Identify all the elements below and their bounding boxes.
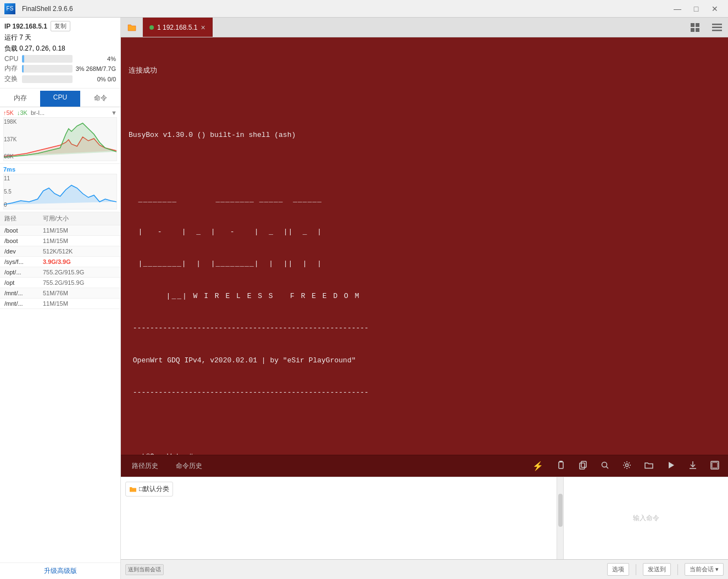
terminal-line bbox=[129, 98, 720, 109]
options-button[interactable]: 选项 bbox=[607, 563, 629, 576]
disk-row: /mnt/... 51M/76M bbox=[0, 288, 120, 299]
search-icon-btn[interactable] bbox=[598, 459, 612, 474]
default-category-label: □默认分类 bbox=[139, 484, 169, 494]
disk-row: /opt/... 755.2G/915.9G bbox=[0, 267, 120, 278]
disk-avail: 512K/512K bbox=[43, 248, 116, 255]
upgrade-button[interactable]: 升级高级版 bbox=[44, 566, 77, 576]
mem-value: 3% 268M/7.7G bbox=[75, 65, 116, 72]
tab-spacer bbox=[213, 18, 684, 37]
disk-avail: 11M/15M bbox=[43, 227, 116, 234]
bottom-icon-1[interactable]: 送到当前会话 bbox=[125, 564, 164, 575]
close-button[interactable]: ✕ bbox=[706, 2, 724, 15]
folder-open-icon-btn[interactable] bbox=[642, 459, 655, 474]
terminal-line: 连接成功 bbox=[129, 65, 720, 76]
sidebar: IP 192.168.5.1 复制 运行 7 天 负载 0.27, 0.26, … bbox=[0, 18, 121, 579]
swap-bar-wrap bbox=[22, 75, 73, 83]
maximize-button[interactable]: □ bbox=[687, 2, 705, 15]
terminal-line: BusyBox v1.30.0 () built-in shell (ash) bbox=[129, 130, 720, 141]
latency-chart-header: 7ms bbox=[3, 166, 117, 173]
disk-path: /boot bbox=[4, 238, 43, 244]
scrollbar-thumb[interactable] bbox=[558, 494, 563, 527]
minimize-button[interactable]: — bbox=[669, 2, 686, 15]
mem-bar bbox=[22, 65, 24, 73]
fullscreen-icon-btn[interactable] bbox=[708, 459, 721, 474]
disk-row: /boot 11M/15M bbox=[0, 225, 120, 236]
sidebar-tab-bar: 内存 CPU 命令 bbox=[0, 91, 120, 107]
folder-button[interactable] bbox=[121, 18, 143, 37]
svg-rect-5 bbox=[712, 26, 722, 28]
path-history-button[interactable]: 路径历史 bbox=[127, 459, 163, 473]
play-icon-btn[interactable] bbox=[664, 459, 677, 474]
app-icon: FS bbox=[4, 3, 15, 14]
disk-row: /opt 755.2G/915.9G bbox=[0, 278, 120, 288]
cmd-input-area: 输入命令 bbox=[563, 477, 728, 559]
lightning-icon-btn[interactable]: ⚡ bbox=[530, 459, 546, 473]
disk-avail: 3.9G/3.9G bbox=[43, 258, 116, 265]
bottom-toolbar: 送到当前会话 选项 发送到 当前会话 ▾ bbox=[121, 559, 728, 579]
upload-speed: ↑5K bbox=[3, 109, 14, 116]
terminal-line: |__| W I R E L E S S F R E E D O M bbox=[129, 291, 720, 302]
disk-avail: 11M/15M bbox=[43, 300, 116, 307]
folder-small-icon bbox=[129, 486, 137, 493]
title-bar: FS FinalShell 2.9.6.6 — □ ✕ bbox=[0, 0, 728, 18]
clipboard-icon-btn[interactable] bbox=[554, 459, 568, 474]
copy-ip-button[interactable]: 复制 bbox=[51, 21, 70, 31]
chart-dropdown-icon[interactable]: ▼ bbox=[111, 109, 117, 116]
settings-icon-btn[interactable] bbox=[620, 459, 633, 474]
tab-memory[interactable]: 内存 bbox=[0, 91, 40, 107]
default-category-button[interactable]: □默认分类 bbox=[125, 482, 173, 497]
swap-metric-row: 交换 0% 0/0 bbox=[4, 74, 116, 84]
send-to-button[interactable]: 发送到 bbox=[643, 563, 671, 576]
svg-rect-6 bbox=[712, 30, 722, 31]
play-icon bbox=[666, 461, 675, 470]
uptime-value: 运行 7 天 bbox=[4, 33, 31, 42]
disk-row: /mnt/... 11M/15M bbox=[0, 299, 120, 309]
tab-cpu[interactable]: CPU bbox=[40, 91, 80, 107]
svg-rect-9 bbox=[580, 463, 585, 469]
toolbar-separator-2 bbox=[677, 564, 678, 575]
copy-icon-btn[interactable] bbox=[576, 459, 590, 474]
disk-row: /dev 512K/512K bbox=[0, 246, 120, 257]
connection-status-dot bbox=[149, 25, 154, 30]
menu-button[interactable] bbox=[706, 18, 728, 37]
cpu-value: 4% bbox=[75, 56, 116, 62]
tab-commands[interactable]: 命令 bbox=[80, 91, 120, 107]
grid-icon bbox=[690, 23, 700, 32]
latency-value: 7ms bbox=[3, 166, 15, 173]
terminal-line bbox=[129, 162, 720, 173]
grid-view-button[interactable] bbox=[684, 18, 706, 37]
cmd-input-placeholder[interactable]: 输入命令 bbox=[633, 514, 659, 523]
network-chart-section: ↑5K ↓3K br-l... ▼ 198K 137K 68K bbox=[0, 107, 120, 164]
search-icon bbox=[601, 461, 609, 470]
swap-label: 交换 bbox=[4, 74, 20, 84]
tab-label: 1 192.168.5.1 bbox=[157, 24, 197, 31]
terminal-toolbar: 路径历史 命令历史 ⚡ bbox=[121, 455, 728, 477]
svg-rect-7 bbox=[559, 462, 563, 468]
download-icon bbox=[688, 461, 697, 470]
disk-avail: 755.2G/915.9G bbox=[43, 269, 116, 275]
disk-path: /boot bbox=[4, 227, 43, 234]
mem-label: 内存 bbox=[4, 64, 20, 73]
terminal[interactable]: 连接成功 BusyBox v1.30.0 () built-in shell (… bbox=[121, 37, 728, 455]
network-chart-area: 198K 137K 68K bbox=[3, 117, 117, 161]
disk-row: /sys/f... 3.9G/3.9G bbox=[0, 257, 120, 267]
cmd-history-button[interactable]: 命令历史 bbox=[171, 459, 207, 473]
disk-path: /opt/... bbox=[4, 269, 43, 275]
disk-avail: 755.2G/915.9G bbox=[43, 279, 116, 286]
sidebar-footer: 升级高级版 bbox=[0, 563, 120, 579]
tab-close-button[interactable]: × bbox=[201, 24, 205, 31]
download-speed: ↓3K bbox=[17, 109, 27, 116]
disk-avail: 51M/76M bbox=[43, 290, 116, 296]
svg-rect-1 bbox=[696, 23, 699, 27]
menu-icon bbox=[712, 24, 722, 31]
svg-rect-8 bbox=[559, 461, 563, 462]
disk-path: /sys/f... bbox=[4, 258, 43, 265]
svg-point-13 bbox=[626, 464, 629, 466]
download-icon-btn[interactable] bbox=[686, 459, 699, 474]
session-tab[interactable]: 1 192.168.5.1 × bbox=[143, 18, 213, 37]
window-controls: — □ ✕ bbox=[669, 2, 724, 15]
current-session-button[interactable]: 当前会话 ▾ bbox=[685, 563, 724, 576]
svg-line-12 bbox=[607, 466, 609, 468]
uptime-row: 运行 7 天 bbox=[4, 33, 116, 42]
terminal-line: ----------------------------------------… bbox=[129, 323, 720, 334]
